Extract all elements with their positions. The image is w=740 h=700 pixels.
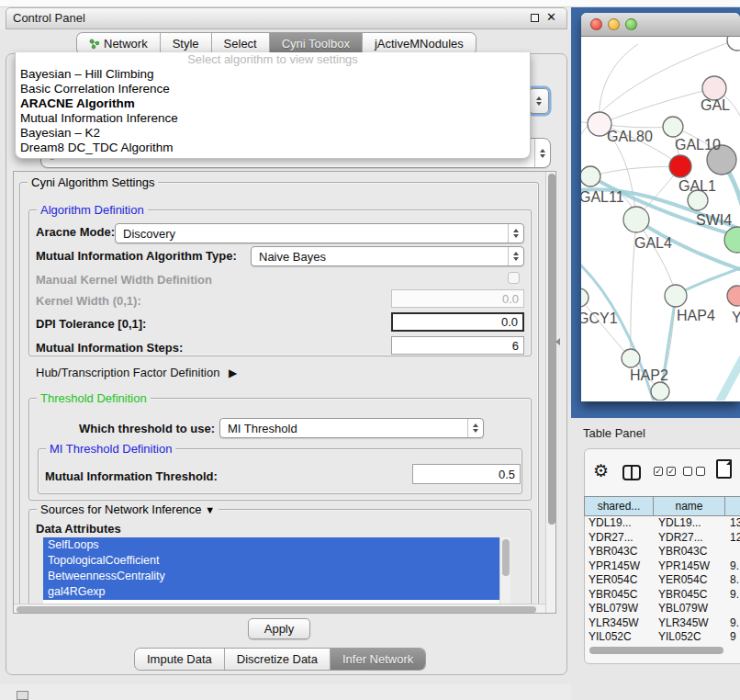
mi-threshold-label: Mutual Information Threshold:: [45, 469, 218, 483]
right-triangle-icon: ▶: [229, 367, 237, 379]
node-label: SWI4: [696, 212, 732, 228]
node-label: Y: [732, 310, 740, 325]
checked-checkbox-icon[interactable]: ✓: [654, 467, 663, 476]
unchecked-checkbox-icon[interactable]: [696, 467, 705, 476]
mi-steps-label: Mutual Information Steps:: [36, 341, 183, 355]
algorithm-option[interactable]: Basic Correlation Inference: [16, 82, 530, 96]
list-vertical-scrollbar[interactable]: [499, 537, 510, 604]
node-label: GAL80: [607, 129, 653, 144]
gear-icon[interactable]: ⚙: [593, 460, 609, 481]
mi-type-combo[interactable]: Naive Bayes: [251, 246, 524, 266]
algorithm-option[interactable]: Dream8 DC_TDC Algorithm: [16, 141, 530, 155]
collapsed-panel-icon[interactable]: [17, 691, 28, 700]
tab-infer-network[interactable]: Infer Network: [330, 649, 425, 670]
table-row[interactable]: YBR045C YBR045C 9.: [584, 588, 740, 603]
table-row[interactable]: YDR27... YDR27... 12: [584, 531, 740, 546]
network-node-selected[interactable]: [669, 155, 691, 177]
column-header[interactable]: name: [654, 496, 725, 516]
network-canvas[interactable]: GAL GAL80 GAL10 GAL1 GAL11 SWI4 GAL4 GCY…: [581, 37, 740, 401]
column-header[interactable]: shared...: [584, 496, 654, 516]
mi-steps-field[interactable]: 6: [391, 336, 524, 355]
node-label: GCY1: [581, 310, 618, 326]
columns-icon[interactable]: [622, 465, 641, 480]
network-node[interactable]: [663, 117, 683, 137]
node-label: HAP2: [630, 367, 668, 383]
algorithm-option-selected[interactable]: ARACNE Algorithm: [16, 96, 530, 111]
algorithm-option[interactable]: Bayesian – K2: [16, 126, 530, 141]
network-node[interactable]: [622, 349, 640, 367]
combo-arrows-icon: [467, 419, 483, 437]
table-body: YDL19... YDL19... 13 YDR27... YDR27... 1…: [584, 516, 740, 641]
zoom-window-icon[interactable]: [625, 18, 637, 30]
column-header[interactable]: A: [725, 496, 740, 516]
algorithm-option[interactable]: Mutual Information Inference: [16, 111, 530, 126]
table-row[interactable]: YBL079W YBL079W: [584, 602, 740, 616]
down-triangle-icon[interactable]: ▼: [205, 504, 215, 515]
mi-threshold-field[interactable]: 0.5: [412, 464, 521, 484]
tab-jactivemnodules[interactable]: jActiveMNodules: [362, 33, 476, 54]
network-node[interactable]: [665, 285, 687, 307]
network-node[interactable]: [727, 37, 740, 51]
apply-button[interactable]: Apply: [248, 618, 310, 639]
tab-network[interactable]: Network: [77, 33, 160, 54]
settings-horizontal-scrollbar[interactable]: [14, 604, 545, 614]
table-row[interactable]: YER054C YER054C 8.: [584, 573, 740, 588]
tab-cyni-toolbox[interactable]: Cyni Toolbox: [269, 33, 362, 54]
attribute-item-selected[interactable]: BetweennessCentrality: [43, 569, 499, 584]
cyni-settings-scrollpane: Cyni Algorithm Settings Algorithm Defini…: [13, 171, 556, 614]
table-row[interactable]: YLR345W YLR345W 9.: [584, 616, 740, 631]
float-window-button[interactable]: [531, 14, 539, 22]
settings-vertical-scrollbar[interactable]: [545, 172, 556, 614]
scrollbar-thumb[interactable]: [589, 647, 723, 654]
combo-arrows-icon: [508, 224, 523, 243]
aracne-mode-label: Aracne Mode:: [36, 225, 115, 239]
checked-checkbox-icon[interactable]: ✓: [667, 467, 676, 476]
dpi-tolerance-field[interactable]: 0.0: [391, 312, 524, 332]
close-window-icon[interactable]: [590, 18, 602, 30]
tab-discretize-data[interactable]: Discretize Data: [224, 649, 330, 670]
tab-impute-data[interactable]: Impute Data: [135, 649, 224, 670]
table-row[interactable]: YBR043C YBR043C: [584, 545, 740, 559]
unchecked-checkbox-icon[interactable]: [683, 467, 692, 476]
network-node[interactable]: [727, 286, 740, 306]
top-strip: [0, 0, 740, 7]
mi-type-label: Mutual Information Algorithm Type:: [36, 249, 237, 263]
control-panel-titlebar: [6, 7, 567, 29]
tab-select[interactable]: Select: [211, 33, 269, 54]
network-node[interactable]: [651, 382, 669, 401]
file-icon[interactable]: [716, 459, 732, 479]
network-node[interactable]: [623, 207, 649, 232]
network-node[interactable]: [581, 288, 589, 307]
attribute-item-selected[interactable]: gal4RGexp: [43, 584, 499, 600]
network-icon: [89, 39, 100, 50]
split-pane-handle[interactable]: [555, 338, 560, 345]
control-panel-tabbar: Network Style Select Cyni Toolbox jActiv…: [77, 33, 476, 54]
close-panel-button[interactable]: ✕: [546, 10, 556, 24]
node-label: GAL1: [678, 178, 716, 194]
algorithm-option[interactable]: Bayesian – Hill Climbing: [16, 67, 530, 82]
hub-definition-expander[interactable]: Hub/Transcription Factor Definition ▶: [36, 366, 237, 379]
group-title: Sources for Network Inference ▼: [37, 502, 219, 516]
scrollbar-thumb[interactable]: [17, 606, 536, 613]
attribute-item-selected[interactable]: TopologicalCoefficient: [43, 553, 499, 569]
minimize-window-icon[interactable]: [608, 18, 620, 30]
table-row[interactable]: YDL19... YDL19... 13: [584, 516, 740, 531]
network-node[interactable]: [581, 166, 600, 186]
tab-style[interactable]: Style: [160, 33, 211, 54]
which-threshold-combo[interactable]: MI Threshold: [219, 418, 484, 438]
table-horizontal-scrollbar[interactable]: [588, 646, 740, 655]
kernel-width-label: Kernel Width (0,1):: [36, 294, 141, 308]
network-window-titlebar[interactable]: [581, 13, 740, 37]
attribute-item-selected[interactable]: SelfLoops: [43, 537, 499, 553]
which-threshold-label: Which threshold to use:: [79, 422, 215, 435]
table-row[interactable]: YIL052C YIL052C 9: [584, 630, 740, 641]
combo-up-arrow-icon: [536, 96, 542, 100]
network-node[interactable]: [724, 227, 740, 253]
group-title: Threshold Definition: [37, 391, 151, 405]
combo-down-arrow-icon: [536, 102, 542, 106]
table-row[interactable]: YPR145W YPR145W 9.: [584, 559, 740, 574]
aracne-mode-combo[interactable]: Discovery: [115, 223, 524, 243]
scrollbar-thumb[interactable]: [548, 174, 555, 525]
scrollbar-thumb[interactable]: [502, 539, 510, 576]
algorithm-combo-button[interactable]: [529, 88, 549, 114]
